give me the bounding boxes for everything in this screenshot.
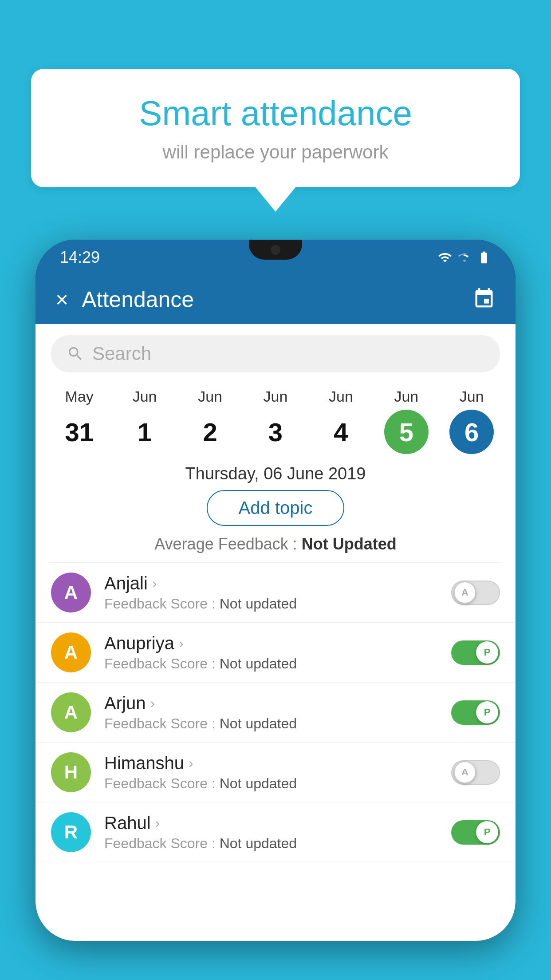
calendar-day-6[interactable]: Jun6 — [445, 388, 498, 454]
calendar-icon — [472, 287, 496, 310]
calendar-date[interactable]: 6 — [449, 410, 494, 454]
student-avatar: H — [51, 752, 91, 792]
close-button[interactable]: × — [55, 288, 68, 311]
chevron-icon: › — [179, 635, 184, 652]
attendance-toggle[interactable]: P — [451, 820, 500, 845]
calendar-date[interactable]: 1 — [122, 410, 167, 454]
feedback-value: Not updated — [220, 656, 297, 672]
avg-feedback: Average Feedback : Not Updated — [35, 535, 516, 553]
calendar-date[interactable]: 4 — [319, 410, 363, 454]
battery-icon — [477, 250, 491, 265]
calendar-date[interactable]: 3 — [253, 410, 298, 454]
student-feedback: Feedback Score : Not updated — [104, 596, 438, 612]
attendance-toggle[interactable]: P — [451, 640, 500, 665]
student-feedback: Feedback Score : Not updated — [104, 775, 438, 792]
toggle-knob: A — [454, 581, 476, 604]
speech-bubble-title: Smart attendance — [58, 93, 493, 134]
calendar-month: Jun — [394, 388, 418, 405]
student-item[interactable]: HHimanshu ›Feedback Score : Not updatedA — [35, 743, 516, 802]
calendar-date[interactable]: 2 — [188, 410, 232, 454]
calendar-button[interactable] — [472, 287, 496, 312]
phone-container: 14:29 × Attendance — [35, 240, 516, 980]
student-avatar: A — [51, 573, 91, 612]
student-name: Arjun › — [104, 693, 438, 713]
student-item[interactable]: RRahul ›Feedback Score : Not updatedP — [35, 802, 516, 862]
speech-bubble-subtitle: will replace your paperwork — [58, 142, 493, 163]
search-icon — [67, 345, 84, 363]
student-avatar: A — [51, 632, 91, 672]
chevron-icon: › — [150, 695, 155, 711]
feedback-value: Not updated — [220, 715, 297, 731]
chevron-icon: › — [155, 815, 160, 831]
chevron-icon: › — [189, 755, 193, 771]
calendar-day-1[interactable]: Jun1 — [118, 388, 171, 454]
calendar-month: Jun — [198, 388, 222, 405]
calendar-month: Jun — [133, 388, 157, 405]
student-name: Anupriya › — [104, 633, 438, 653]
avg-feedback-label: Average Feedback : — [154, 535, 302, 553]
student-list: AAnjali ›Feedback Score : Not updatedAAA… — [35, 563, 516, 862]
calendar-day-5[interactable]: Jun5 — [380, 388, 433, 454]
attendance-toggle[interactable]: P — [451, 700, 500, 725]
speech-bubble-container: Smart attendance will replace your paper… — [31, 69, 520, 212]
calendar-month: May — [65, 388, 94, 405]
wifi-icon — [438, 250, 452, 265]
search-bar[interactable]: Search — [51, 335, 500, 372]
speech-bubble-arrow — [256, 187, 295, 212]
attendance-toggle[interactable]: A — [451, 760, 500, 785]
calendar-day-4[interactable]: Jun4 — [314, 388, 367, 454]
calendar-strip: May31Jun1Jun2Jun3Jun4Jun5Jun6 — [35, 381, 516, 456]
student-avatar: R — [51, 812, 91, 852]
attendance-toggle[interactable]: A — [451, 581, 500, 605]
feedback-value: Not updated — [220, 596, 297, 612]
student-info: Rahul ›Feedback Score : Not updated — [104, 813, 438, 852]
signal-icon — [457, 250, 472, 265]
speech-bubble: Smart attendance will replace your paper… — [31, 69, 520, 187]
feedback-value: Not updated — [220, 775, 297, 791]
app-bar: × Attendance — [35, 275, 516, 324]
calendar-month: Jun — [264, 388, 288, 405]
student-name: Anjali › — [104, 573, 438, 593]
search-placeholder: Search — [92, 343, 151, 364]
phone-content: Search May31Jun1Jun2Jun3Jun4Jun5Jun6 Thu… — [35, 324, 516, 941]
student-info: Arjun ›Feedback Score : Not updated — [104, 693, 438, 732]
calendar-day-2[interactable]: Jun2 — [184, 388, 237, 454]
student-item[interactable]: AAnupriya ›Feedback Score : Not updatedP — [35, 623, 516, 683]
toggle-knob: P — [476, 641, 498, 664]
selected-date-label: Thursday, 06 June 2019 — [35, 464, 516, 483]
phone-frame: 14:29 × Attendance — [35, 240, 516, 941]
student-item[interactable]: AArjun ›Feedback Score : Not updatedP — [35, 683, 516, 743]
student-feedback: Feedback Score : Not updated — [104, 715, 438, 732]
calendar-day-0[interactable]: May31 — [53, 388, 106, 454]
student-name: Rahul › — [104, 813, 438, 833]
student-feedback: Feedback Score : Not updated — [104, 656, 438, 672]
toggle-knob: P — [476, 821, 498, 843]
status-bar: 14:29 — [35, 240, 516, 275]
calendar-month: Jun — [329, 388, 353, 405]
student-item[interactable]: AAnjali ›Feedback Score : Not updatedA — [35, 563, 516, 623]
student-info: Himanshu ›Feedback Score : Not updated — [104, 753, 438, 792]
feedback-value: Not updated — [220, 835, 297, 851]
student-feedback: Feedback Score : Not updated — [104, 835, 438, 852]
calendar-date[interactable]: 31 — [57, 410, 102, 454]
calendar-date[interactable]: 5 — [384, 410, 429, 454]
app-bar-title: Attendance — [82, 287, 459, 312]
notch-camera — [271, 245, 280, 255]
calendar-day-3[interactable]: Jun3 — [249, 388, 302, 454]
student-info: Anjali ›Feedback Score : Not updated — [104, 573, 438, 612]
toggle-knob: A — [454, 761, 476, 783]
notch — [249, 240, 302, 260]
chevron-icon: › — [152, 575, 157, 592]
student-name: Himanshu › — [104, 753, 438, 773]
toggle-knob: P — [476, 701, 498, 723]
status-time: 14:29 — [60, 248, 100, 267]
student-avatar: A — [51, 692, 91, 732]
add-topic-button[interactable]: Add topic — [207, 490, 345, 526]
student-info: Anupriya ›Feedback Score : Not updated — [104, 633, 438, 672]
calendar-month: Jun — [460, 388, 484, 405]
status-icons — [438, 250, 491, 265]
avg-feedback-value: Not Updated — [302, 535, 397, 553]
